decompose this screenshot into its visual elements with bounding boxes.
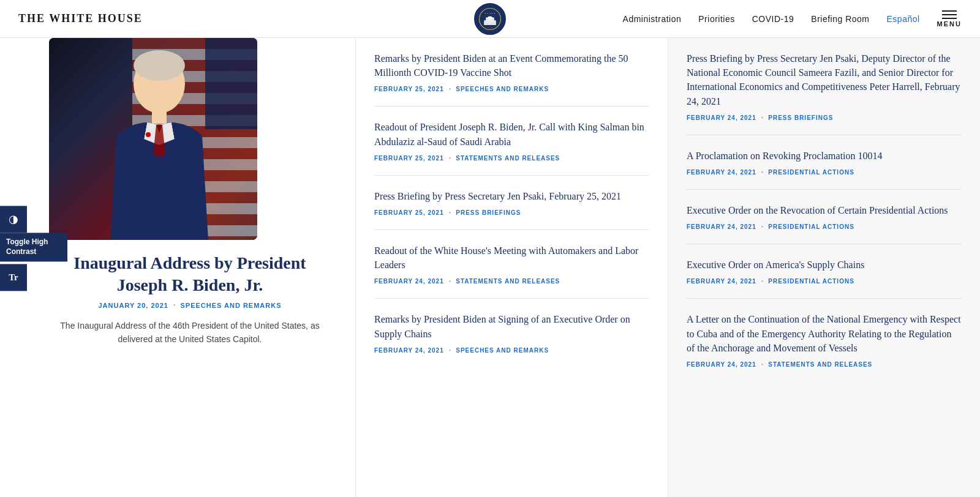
right-news-title-0: Press Briefing by Press Secretary Jen Ps… [687, 51, 962, 108]
svg-rect-4 [487, 20, 488, 25]
featured-date: JANUARY 20, 2021 [98, 302, 168, 309]
right-news-dot-0: • [761, 114, 764, 121]
right-news-item-3[interactable]: Executive Order on America's Supply Chai… [687, 244, 962, 299]
middle-news-item-1[interactable]: Readout of President Joseph R. Biden, Jr… [374, 106, 649, 175]
right-news-title-4: A Letter on the Continuation of the Nati… [687, 312, 962, 355]
right-news-item-4[interactable]: A Letter on the Continuation of the Nati… [687, 299, 962, 381]
svg-text:★ ★ ★ ★ ★: ★ ★ ★ ★ ★ [484, 12, 496, 14]
middle-news-title-0: Remarks by President Biden at an Event C… [374, 51, 649, 80]
middle-news-meta-2: FEBRUARY 25, 2021 • PRESS BRIEFINGS [374, 209, 649, 216]
middle-news-category-4: SPEECHES AND REMARKS [456, 347, 549, 354]
nav-covid[interactable]: COVID-19 [752, 14, 794, 24]
middle-news-dot-0: • [449, 86, 451, 92]
right-news-item-2[interactable]: Executive Order on the Revocation of Cer… [687, 190, 962, 244]
middle-news-date-4: FEBRUARY 24, 2021 [374, 347, 444, 354]
right-news-dot-1: • [761, 169, 764, 176]
middle-news-meta-4: FEBRUARY 24, 2021 • SPEECHES AND REMARKS [374, 347, 649, 354]
svg-rect-16 [152, 111, 167, 124]
site-logo[interactable]: THE WHITE HOUSE [18, 12, 143, 25]
menu-line-2 [942, 14, 957, 15]
white-house-seal: ★ ★ ★ ★ ★ ★ ★ ★ [474, 3, 506, 35]
right-news-item-0[interactable]: Press Briefing by Press Secretary Jen Ps… [687, 38, 962, 135]
right-news-date-4: FEBRUARY 24, 2021 [687, 361, 756, 368]
middle-news-date-2: FEBRUARY 25, 2021 [374, 209, 444, 216]
right-news-date-2: FEBRUARY 24, 2021 [687, 223, 756, 230]
right-news-date-3: FEBRUARY 24, 2021 [687, 278, 756, 285]
right-news-dot-3: • [761, 278, 764, 285]
featured-title[interactable]: Inaugural Address by President Joseph R.… [49, 252, 331, 297]
nav-espanol[interactable]: Español [887, 14, 920, 24]
middle-news-category-0: SPEECHES AND REMARKS [456, 86, 549, 92]
site-header: THE WHITE HOUSE ★ ★ ★ ★ [0, 0, 980, 38]
middle-news-category-3: STATEMENTS AND RELEASES [456, 278, 560, 285]
svg-point-10 [488, 16, 492, 19]
middle-news-item-0[interactable]: Remarks by President Biden at an Event C… [374, 38, 649, 106]
accessibility-bar: ◑ Toggle High Contrast Tr [0, 206, 67, 291]
middle-news-meta-3: FEBRUARY 24, 2021 • STATEMENTS AND RELEA… [374, 278, 649, 285]
featured-image [49, 38, 257, 240]
middle-news-item-3[interactable]: Readout of the White House's Meeting wit… [374, 230, 649, 299]
right-news-meta-0: FEBRUARY 24, 2021 • PRESS BRIEFINGS [687, 114, 962, 121]
middle-news-date-1: FEBRUARY 25, 2021 [374, 155, 444, 162]
right-news-category-4: STATEMENTS AND RELEASES [768, 361, 872, 368]
featured-meta: JANUARY 20, 2021 • SPEECHES AND REMARKS [49, 302, 331, 309]
right-news-meta-1: FEBRUARY 24, 2021 • PRESIDENTIAL ACTIONS [687, 169, 962, 176]
svg-rect-6 [491, 20, 492, 25]
svg-rect-8 [494, 20, 496, 25]
middle-news-item-4[interactable]: Remarks by President Biden at Signing of… [374, 299, 649, 367]
main-nav: Administration Priorities COVID-19 Brief… [623, 10, 962, 28]
middle-articles-list: Remarks by President Biden at an Event C… [374, 38, 649, 367]
svg-rect-18 [147, 133, 150, 136]
right-news-dot-2: • [761, 223, 764, 230]
right-news-title-3: Executive Order on America's Supply Chai… [687, 258, 962, 272]
middle-news-title-4: Remarks by President Biden at Signing of… [374, 312, 649, 340]
right-news-dot-4: • [761, 361, 764, 368]
right-news-date-0: FEBRUARY 24, 2021 [687, 114, 756, 121]
font-size-icon: Tr [9, 272, 18, 283]
middle-news-title-3: Readout of the White House's Meeting wit… [374, 244, 649, 272]
right-news-date-1: FEBRUARY 24, 2021 [687, 169, 756, 176]
svg-rect-5 [489, 20, 490, 25]
right-news-category-1: PRESIDENTIAL ACTIONS [768, 169, 854, 176]
middle-news-meta-0: FEBRUARY 25, 2021 • SPEECHES AND REMARKS [374, 86, 649, 92]
contrast-icon: ◑ [9, 212, 18, 226]
contrast-icon-button[interactable]: ◑ [0, 206, 27, 233]
middle-news-date-0: FEBRUARY 25, 2021 [374, 86, 444, 92]
main-content: Inaugural Address by President Joseph R.… [0, 38, 980, 497]
right-news-item-1[interactable]: A Proclamation on Revoking Proclamation … [687, 135, 962, 190]
header-seal: ★ ★ ★ ★ ★ ★ ★ ★ [474, 3, 506, 35]
menu-line-3 [942, 18, 957, 19]
middle-news-dot-3: • [449, 278, 451, 285]
right-news-category-3: PRESIDENTIAL ACTIONS [768, 278, 854, 285]
biden-photo-bg [49, 38, 257, 240]
right-news-meta-4: FEBRUARY 24, 2021 • STATEMENTS AND RELEA… [687, 361, 962, 368]
right-news-meta-3: FEBRUARY 24, 2021 • PRESIDENTIAL ACTIONS [687, 278, 962, 285]
middle-news-meta-1: FEBRUARY 25, 2021 • STATEMENTS AND RELEA… [374, 155, 649, 162]
nav-administration[interactable]: Administration [623, 14, 682, 24]
middle-news-dot-4: • [449, 347, 451, 354]
toggle-high-contrast-button[interactable]: Toggle High Contrast [0, 233, 67, 261]
right-news-category-2: PRESIDENTIAL ACTIONS [768, 223, 854, 230]
nav-menu-button[interactable]: MENU [937, 10, 962, 28]
font-size-button[interactable]: Tr [0, 264, 27, 291]
middle-news-item-2[interactable]: Press Briefing by Press Secretary Jen Ps… [374, 176, 649, 230]
middle-news-dot-2: • [449, 209, 451, 216]
middle-news-dot-1: • [449, 155, 451, 162]
middle-news-column: Remarks by President Biden at an Event C… [355, 38, 668, 497]
right-articles-list: Press Briefing by Press Secretary Jen Ps… [687, 38, 962, 381]
middle-news-date-3: FEBRUARY 24, 2021 [374, 278, 444, 285]
svg-rect-3 [485, 20, 486, 25]
right-news-category-0: PRESS BRIEFINGS [768, 114, 833, 121]
svg-rect-7 [492, 20, 494, 25]
right-news-column: Press Briefing by Press Secretary Jen Ps… [668, 38, 980, 497]
menu-label: MENU [937, 20, 962, 28]
featured-category: SPEECHES AND REMARKS [180, 302, 281, 309]
svg-point-15 [134, 50, 185, 81]
right-news-meta-2: FEBRUARY 24, 2021 • PRESIDENTIAL ACTIONS [687, 223, 962, 230]
featured-description: The Inaugural Address of the 46th Presid… [49, 319, 331, 346]
menu-line-1 [942, 10, 957, 12]
nav-briefing-room[interactable]: Briefing Room [811, 14, 869, 24]
nav-priorities[interactable]: Priorities [698, 14, 734, 24]
middle-news-title-2: Press Briefing by Press Secretary Jen Ps… [374, 189, 649, 203]
right-news-title-1: A Proclamation on Revoking Proclamation … [687, 149, 962, 163]
